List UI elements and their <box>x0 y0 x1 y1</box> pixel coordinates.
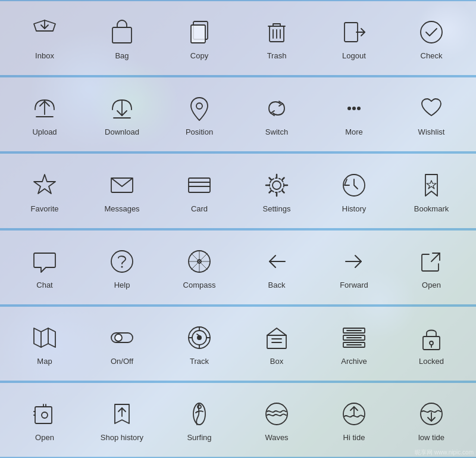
chat-icon <box>29 246 60 277</box>
shophistory-label: Shop history <box>101 433 143 443</box>
icon-item-upload[interactable]: Upload <box>6 93 83 137</box>
switch-label: Switch <box>265 127 288 137</box>
inbox-label: Inbox <box>35 51 54 61</box>
icon-item-wishlist[interactable]: Wishlist <box>393 93 470 137</box>
chat-label: Chat <box>36 281 52 290</box>
position-icon <box>184 93 215 124</box>
svg-point-31 <box>121 266 123 267</box>
icon-item-onoff[interactable]: On/Off <box>83 322 161 366</box>
history-icon <box>339 170 369 201</box>
icon-item-more[interactable]: More <box>315 93 393 137</box>
svg-marker-21 <box>34 175 55 194</box>
svg-point-67 <box>42 412 48 418</box>
copy-label: Copy <box>190 51 208 61</box>
icon-item-copy[interactable]: Copy <box>161 17 238 61</box>
icon-item-open[interactable]: Open <box>393 246 470 290</box>
icon-item-track[interactable]: Track <box>161 322 238 366</box>
download-icon <box>107 93 137 124</box>
trash-label: Trash <box>267 51 287 61</box>
icon-item-bookmark[interactable]: Bookmark <box>393 170 470 214</box>
lowtide-icon <box>416 398 447 429</box>
icon-item-lowtide[interactable]: low tide <box>393 398 470 443</box>
check-label: Check <box>421 51 443 61</box>
icon-item-hitide[interactable]: Hi tide <box>315 398 393 443</box>
svg-point-74 <box>198 405 201 409</box>
icon-item-trash[interactable]: Trash <box>238 17 315 61</box>
svg-marker-29 <box>427 180 436 189</box>
icon-item-position[interactable]: Position <box>161 93 238 137</box>
icon-item-shophistory[interactable]: Shop history <box>83 398 161 443</box>
icon-item-compass[interactable]: Compass <box>161 246 238 290</box>
hitide-label: Hi tide <box>343 433 365 443</box>
card-icon <box>184 170 215 201</box>
icon-item-locked[interactable]: Locked <box>393 322 470 366</box>
locked-label: Locked <box>419 357 444 366</box>
icon-row-6: Open Shop history Surfing <box>0 382 476 458</box>
history-label: History <box>342 204 366 214</box>
icon-item-forward[interactable]: Forward <box>315 246 393 290</box>
settings-icon <box>261 170 292 201</box>
inbox-icon <box>29 17 60 48</box>
icon-item-bag[interactable]: Bag <box>83 17 161 61</box>
check-icon <box>416 17 447 48</box>
icon-item-help[interactable]: Help <box>83 246 161 290</box>
logout-label: Logout <box>342 51 366 61</box>
svg-point-17 <box>196 103 202 109</box>
download-label: Download <box>105 127 139 137</box>
icon-row-4: Chat Help <box>0 229 476 306</box>
map-icon <box>29 322 60 353</box>
help-icon <box>107 246 137 277</box>
onoff-label: On/Off <box>111 357 133 366</box>
icon-item-open2[interactable]: Open <box>6 398 83 443</box>
svg-rect-53 <box>267 335 286 348</box>
icon-item-waves[interactable]: Waves <box>238 398 315 443</box>
icon-item-favorite[interactable]: Favorite <box>6 170 83 214</box>
back-label: Back <box>268 281 286 290</box>
waves-label: Waves <box>265 433 288 443</box>
svg-point-64 <box>430 341 433 345</box>
icon-item-archive[interactable]: Archive <box>315 322 393 366</box>
more-label: More <box>345 127 363 137</box>
svg-rect-23 <box>189 178 210 192</box>
open2-label: Open <box>35 433 54 443</box>
back-icon <box>261 246 292 277</box>
upload-label: Upload <box>32 127 57 137</box>
icon-item-messages[interactable]: Messages <box>83 170 161 214</box>
onoff-icon <box>107 322 137 353</box>
svg-marker-41 <box>34 328 55 347</box>
svg-line-40 <box>431 253 440 261</box>
trash-icon <box>261 17 292 48</box>
more-icon <box>339 93 369 124</box>
icon-item-surfing[interactable]: Surfing <box>161 398 238 443</box>
favorite-icon <box>29 170 60 201</box>
track-icon <box>184 322 215 353</box>
box-icon <box>261 322 292 353</box>
bag-label: Bag <box>115 51 129 61</box>
icon-item-check[interactable]: Check <box>393 17 470 61</box>
icon-item-box[interactable]: Box <box>238 322 315 366</box>
icon-item-map[interactable]: Map <box>6 322 83 366</box>
compass-label: Compass <box>183 281 216 290</box>
bookmark-label: Bookmark <box>414 204 449 214</box>
svg-rect-2 <box>112 27 131 43</box>
watermark: 昵享网 www.nipic.com <box>415 448 474 457</box>
shophistory-icon <box>107 398 137 429</box>
icon-item-chat[interactable]: Chat <box>6 246 83 290</box>
help-label: Help <box>114 281 130 290</box>
open-icon <box>416 246 447 277</box>
archive-label: Archive <box>341 357 367 366</box>
svg-point-45 <box>115 334 122 341</box>
icon-item-history[interactable]: History <box>315 170 393 214</box>
hitide-icon <box>339 398 369 429</box>
bag-icon <box>107 17 137 48</box>
icon-item-download[interactable]: Download <box>83 93 161 137</box>
icon-item-inbox[interactable]: Inbox <box>6 17 83 61</box>
svg-point-30 <box>111 251 133 272</box>
svg-rect-66 <box>35 407 52 423</box>
icon-item-logout[interactable]: Logout <box>315 17 393 61</box>
icon-item-card[interactable]: Card <box>161 170 238 214</box>
icon-item-settings[interactable]: Settings <box>238 170 315 214</box>
icon-item-back[interactable]: Back <box>238 246 315 290</box>
icon-item-switch[interactable]: Switch <box>238 93 315 137</box>
messages-icon <box>107 170 137 201</box>
